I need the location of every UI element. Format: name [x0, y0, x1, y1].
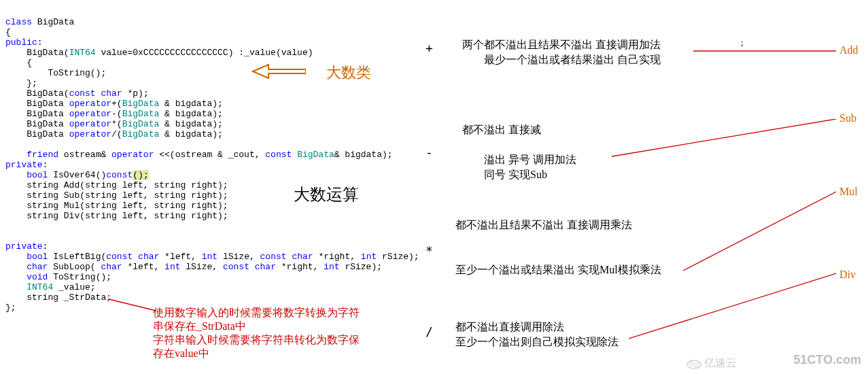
div-name: Div	[839, 269, 856, 281]
line-div-icon	[629, 272, 836, 340]
add-name: Add	[839, 44, 858, 56]
line-sub-icon	[612, 119, 836, 160]
line-mul-icon	[683, 190, 836, 272]
semicolon: ;	[741, 37, 744, 48]
arrow-left-icon	[251, 61, 306, 82]
sub-desc: 都不溢出 直接减 溢出 异号 调用加法 同号 实现Sub	[462, 122, 576, 182]
add-desc: 两个都不溢出且结果不溢出 直接调用加法 最少一个溢出或者结果溢出 自己实现	[462, 37, 661, 67]
svg-point-2	[694, 363, 698, 367]
mul-name: Mul	[839, 186, 858, 198]
plus-sym: +	[426, 41, 433, 55]
code-block: class BigData { public: BigData(INT64 va…	[5, 7, 419, 313]
div-desc: 都不溢出直接调用除法 至少一个溢出则自己模拟实现除法	[455, 320, 619, 350]
watermark-yisu: 亿速云	[687, 356, 737, 371]
star-sym: *	[426, 243, 433, 258]
sub-name: Sub	[839, 112, 856, 124]
minus-sym: -	[426, 145, 433, 159]
annotation-text: 使用数字输入的时候需要将数字转换为字符 串保存在_StrData中 字符串输入时…	[153, 306, 360, 360]
watermark-51cto: 51CTO.com	[793, 353, 861, 367]
svg-point-1	[690, 361, 693, 364]
mul-desc: 都不溢出且结果不溢出 直接调用乘法 至少一个溢出或结果溢出 实现Mul模拟乘法	[455, 218, 661, 277]
connector-line-icon	[109, 296, 156, 313]
slash-sym: /	[426, 324, 433, 339]
label-bigcalc: 大数运算	[294, 184, 359, 205]
line-add-icon	[693, 48, 836, 54]
label-bigclass: 大数类	[326, 63, 371, 83]
